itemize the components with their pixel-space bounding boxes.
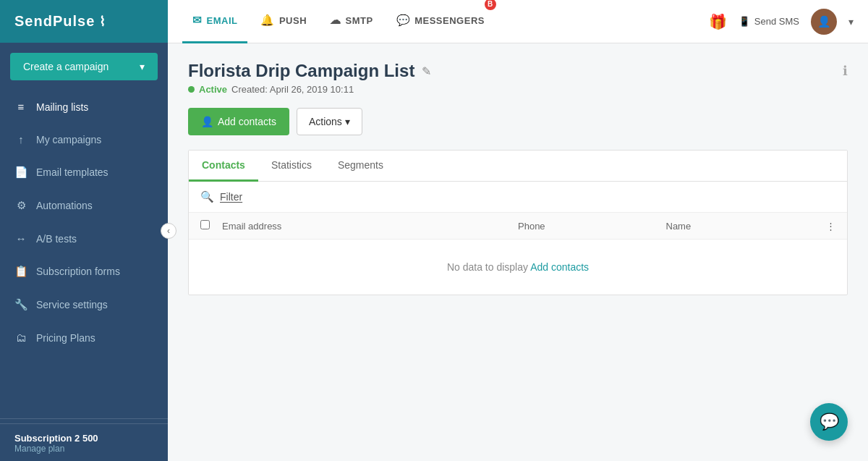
service-settings-icon: 🔧 bbox=[14, 298, 27, 311]
actions-button[interactable]: Actions ▾ bbox=[297, 108, 362, 135]
collapse-icon: ‹ bbox=[167, 226, 170, 236]
header-email: Email address bbox=[222, 221, 518, 232]
page-title: Florista Drip Campaign List bbox=[188, 61, 414, 81]
filter-search-icon: 🔍 bbox=[200, 190, 214, 203]
subscription-forms-icon: 📋 bbox=[14, 265, 27, 278]
email-templates-icon: 📄 bbox=[14, 166, 27, 179]
manage-plan-link[interactable]: Manage plan bbox=[14, 444, 153, 454]
tab-contacts[interactable]: Contacts bbox=[189, 151, 258, 182]
status-dot bbox=[188, 86, 195, 93]
edit-title-icon[interactable]: ✎ bbox=[422, 64, 431, 78]
add-contacts-button[interactable]: 👤 Add contacts bbox=[188, 108, 289, 135]
sidebar-collapse-button[interactable]: ‹ bbox=[161, 223, 176, 239]
action-row: 👤 Add contacts Actions ▾ bbox=[188, 108, 848, 135]
my-campaigns-icon: ↑ bbox=[14, 133, 27, 145]
tab-statistics-label: Statistics bbox=[271, 159, 312, 171]
sidebar: SendPulse ⌇ Create a campaign ▾ ≡ Mailin… bbox=[0, 0, 168, 461]
sidebar-item-label: My campaigns bbox=[36, 134, 101, 145]
gift-icon[interactable]: 🎁 bbox=[709, 13, 727, 30]
pricing-plans-icon: 🗂 bbox=[14, 331, 27, 344]
sidebar-item-ab-tests[interactable]: ↔ A/B tests bbox=[0, 222, 168, 255]
smtp-nav-icon: ☁ bbox=[330, 14, 341, 27]
email-nav-icon: ✉ bbox=[192, 14, 203, 27]
topnav-right: 🎁 📱 Send SMS 👤 ▾ bbox=[709, 9, 854, 35]
page-content: Florista Drip Campaign List ✎ ℹ Active C… bbox=[168, 43, 868, 461]
avatar-dropdown-arrow[interactable]: ▾ bbox=[848, 16, 854, 28]
main-content: ✉ EMAIL 🔔 PUSH ☁ SMTP 💬 MESSENGERS β 🎁 📱… bbox=[168, 0, 868, 461]
subscription-label: Subscription 2 500 bbox=[14, 433, 153, 444]
logo-text: SendPulse bbox=[14, 13, 95, 30]
header-more-icon[interactable]: ⋮ bbox=[814, 221, 835, 232]
header-phone: Phone bbox=[518, 221, 666, 232]
tabs: Contacts Statistics Segments bbox=[189, 151, 847, 182]
actions-label: Actions bbox=[309, 116, 342, 127]
chat-fab-icon: 💬 bbox=[820, 413, 839, 431]
info-icon[interactable]: ℹ bbox=[843, 63, 848, 79]
create-campaign-label: Create a campaign bbox=[23, 61, 109, 72]
avatar-icon: 👤 bbox=[817, 15, 831, 28]
tab-segments-label: Segments bbox=[338, 159, 383, 171]
sidebar-item-label: Service settings bbox=[36, 299, 108, 310]
messengers-badge: β bbox=[485, 0, 496, 10]
select-all-checkbox[interactable] bbox=[200, 220, 210, 229]
ab-tests-icon: ↔ bbox=[14, 232, 27, 245]
sidebar-item-label: Email templates bbox=[36, 166, 109, 178]
sidebar-nav: ≡ Mailing lists ↑ My campaigns 📄 Email t… bbox=[0, 90, 168, 414]
sidebar-bottom: Subscription 2 500 Manage plan bbox=[0, 423, 168, 461]
create-campaign-button[interactable]: Create a campaign ▾ bbox=[10, 53, 158, 80]
chat-fab-button[interactable]: 💬 bbox=[810, 403, 848, 441]
top-navigation: ✉ EMAIL 🔔 PUSH ☁ SMTP 💬 MESSENGERS β 🎁 📱… bbox=[168, 0, 868, 43]
automations-icon: ⚙ bbox=[14, 199, 27, 212]
topnav-push[interactable]: 🔔 PUSH bbox=[250, 0, 317, 43]
create-campaign-arrow: ▾ bbox=[140, 61, 145, 72]
page-header: Florista Drip Campaign List ✎ ℹ bbox=[188, 61, 848, 81]
topnav-smtp-label: SMTP bbox=[346, 15, 373, 26]
sidebar-item-label: Pricing Plans bbox=[36, 332, 95, 344]
status-active-label: Active bbox=[199, 84, 227, 95]
empty-text: No data to display bbox=[447, 261, 528, 273]
tab-statistics[interactable]: Statistics bbox=[258, 151, 325, 182]
sidebar-item-label: Mailing lists bbox=[36, 101, 88, 113]
send-sms-button[interactable]: 📱 Send SMS bbox=[739, 16, 799, 27]
topnav-smtp[interactable]: ☁ SMTP bbox=[320, 0, 383, 43]
mailing-lists-icon: ≡ bbox=[14, 101, 27, 113]
filter-label[interactable]: Filter bbox=[220, 191, 242, 203]
header-name: Name bbox=[666, 221, 814, 232]
sidebar-item-my-campaigns[interactable]: ↑ My campaigns bbox=[0, 123, 168, 156]
sidebar-item-mailing-lists[interactable]: ≡ Mailing lists bbox=[0, 90, 168, 123]
header-check bbox=[200, 220, 222, 232]
sidebar-item-email-templates[interactable]: 📄 Email templates bbox=[0, 156, 168, 189]
status-row: Active Created: April 26, 2019 10:11 bbox=[188, 84, 848, 95]
brand-logo: SendPulse ⌇ bbox=[0, 0, 168, 43]
table-header: Email address Phone Name ⋮ bbox=[189, 213, 847, 240]
topnav-email-label: EMAIL bbox=[207, 15, 238, 26]
topnav-messengers-label: MESSENGERS bbox=[414, 15, 485, 26]
send-sms-label: Send SMS bbox=[754, 16, 799, 27]
add-contacts-icon: 👤 bbox=[201, 116, 213, 127]
table-empty-row: No data to display Add contacts bbox=[189, 240, 847, 295]
tab-segments[interactable]: Segments bbox=[325, 151, 396, 182]
send-sms-icon: 📱 bbox=[739, 16, 750, 27]
sidebar-item-pricing-plans[interactable]: 🗂 Pricing Plans bbox=[0, 321, 168, 354]
empty-add-contacts-link[interactable]: Add contacts bbox=[530, 261, 589, 273]
messengers-nav-icon: 💬 bbox=[396, 14, 411, 27]
sidebar-item-label: Subscription forms bbox=[36, 266, 120, 277]
tab-contacts-label: Contacts bbox=[202, 159, 245, 171]
logo-wave: ⌇ bbox=[99, 14, 106, 30]
topnav-messengers[interactable]: 💬 MESSENGERS β bbox=[386, 0, 495, 43]
contacts-panel: Contacts Statistics Segments 🔍 Filter bbox=[188, 150, 848, 295]
topnav-push-label: PUSH bbox=[279, 15, 307, 26]
sidebar-item-label: A/B tests bbox=[36, 233, 77, 245]
push-nav-icon: 🔔 bbox=[260, 14, 275, 27]
sidebar-item-service-settings[interactable]: 🔧 Service settings bbox=[0, 288, 168, 321]
topnav-email[interactable]: ✉ EMAIL bbox=[182, 0, 247, 43]
created-label: Created: April 26, 2019 10:11 bbox=[231, 84, 354, 95]
sidebar-item-label: Automations bbox=[36, 200, 93, 211]
contacts-table-container: 🔍 Filter Email address Phone Name ⋮ No d… bbox=[189, 182, 847, 295]
sidebar-item-subscription-forms[interactable]: 📋 Subscription forms bbox=[0, 255, 168, 288]
filter-row: 🔍 Filter bbox=[189, 182, 847, 213]
add-contacts-label: Add contacts bbox=[218, 116, 276, 127]
sidebar-item-automations[interactable]: ⚙ Automations bbox=[0, 189, 168, 222]
avatar[interactable]: 👤 bbox=[811, 9, 837, 35]
page-title-row: Florista Drip Campaign List ✎ bbox=[188, 61, 431, 81]
